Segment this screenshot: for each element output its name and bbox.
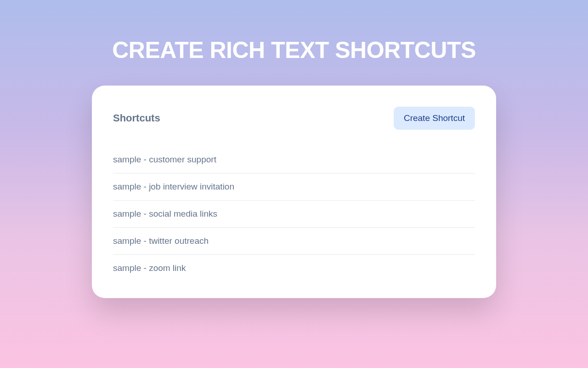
- shortcut-item-label: sample - customer support: [113, 155, 216, 164]
- shortcut-list: sample - customer support sample - job i…: [113, 146, 475, 282]
- shortcuts-card: Shortcuts Create Shortcut sample - custo…: [92, 86, 496, 298]
- card-heading: Shortcuts: [113, 112, 160, 124]
- shortcut-item-label: sample - zoom link: [113, 263, 186, 273]
- card-header: Shortcuts Create Shortcut: [113, 107, 475, 130]
- create-shortcut-button[interactable]: Create Shortcut: [394, 107, 475, 130]
- shortcut-item[interactable]: sample - customer support: [113, 146, 475, 173]
- shortcut-item[interactable]: sample - job interview invitation: [113, 173, 475, 201]
- shortcut-item-label: sample - job interview invitation: [113, 182, 234, 191]
- shortcut-item[interactable]: sample - zoom link: [113, 255, 475, 282]
- shortcut-item-label: sample - twitter outreach: [113, 236, 209, 246]
- page-title: Create Rich Text Shortcuts: [0, 0, 588, 63]
- shortcut-item[interactable]: sample - twitter outreach: [113, 228, 475, 255]
- shortcut-item[interactable]: sample - social media links: [113, 201, 475, 228]
- shortcut-item-label: sample - social media links: [113, 209, 217, 218]
